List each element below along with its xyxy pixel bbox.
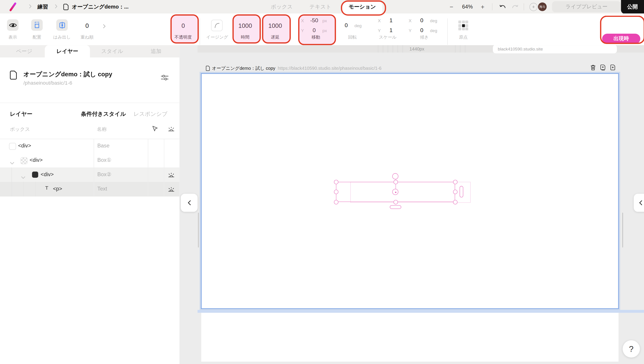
chevron-down-icon[interactable] <box>10 159 14 166</box>
selection-handle[interactable] <box>453 200 457 204</box>
sliders-icon <box>161 74 168 81</box>
canvas-page-label[interactable]: オープニングdemo：試し copy <box>212 65 275 71</box>
appear-motion-icon[interactable] <box>168 172 175 179</box>
studio-logo-icon[interactable] <box>9 2 17 12</box>
page-title[interactable]: オープニングdemo：試し copy <box>23 71 112 78</box>
origin-handle[interactable] <box>392 189 398 195</box>
axis-x-label: X <box>378 18 384 23</box>
layer-row-box1[interactable]: <div> Box① <box>0 153 179 168</box>
tab-motion[interactable]: モーション <box>346 0 378 14</box>
display-toggle-button[interactable] <box>7 19 19 31</box>
zoom-in-button[interactable]: + <box>478 0 487 14</box>
appear-motion-icon[interactable] <box>168 126 175 134</box>
more-chevron-icon[interactable] <box>103 23 106 30</box>
text-layer-icon: T <box>45 185 48 191</box>
appear-motion-icon[interactable] <box>168 186 175 194</box>
duration-value[interactable]: 1000 <box>233 22 258 29</box>
skew-y-value[interactable]: 0 <box>415 27 428 33</box>
layer-name[interactable]: Box① <box>97 157 111 163</box>
selection-handle[interactable] <box>393 200 398 204</box>
delay-value[interactable]: 1000 <box>263 22 288 29</box>
scrollbar[interactable] <box>622 212 623 247</box>
layer-name[interactable]: Text <box>97 186 107 192</box>
tab-box[interactable]: ボックス <box>269 0 294 14</box>
canvas-area[interactable]: 1440px black410590.studio.site オープニングdem… <box>179 45 644 364</box>
easing-curve-icon <box>213 22 221 29</box>
box-preview-icon <box>9 143 16 150</box>
selection-handle[interactable] <box>334 180 338 184</box>
sidebar-tab-styles[interactable]: スタイル <box>98 45 126 58</box>
layer-name[interactable]: Base <box>97 142 109 148</box>
invite-member-button[interactable]: + <box>529 3 538 11</box>
opacity-value[interactable]: 0 <box>171 22 196 29</box>
cursor-icon[interactable] <box>152 126 158 134</box>
duplicate-page-button[interactable] <box>600 64 606 70</box>
translate-y-value[interactable]: 0 <box>308 27 321 33</box>
origin-selector[interactable] <box>458 20 468 30</box>
layer-name[interactable]: Box② <box>97 171 111 177</box>
tree-guide-line <box>35 182 36 196</box>
layer-row-base[interactable]: <div> Base <box>0 139 179 153</box>
scale-x-value[interactable]: 1 <box>384 17 398 23</box>
layer-row-text[interactable]: T <p> Text <box>0 182 179 196</box>
left-sidebar: ページ レイヤー スタイル 追加 オープニングdemo：試し copy /pha… <box>0 45 179 364</box>
artboard-next[interactable] <box>201 313 618 362</box>
page-label-row[interactable]: オープニングdemo：試し copy https://black410590.s… <box>206 65 381 71</box>
page-path[interactable]: /phaseinout/basic/1-6 <box>23 80 72 86</box>
open-right-panel-button[interactable] <box>634 194 644 212</box>
chevron-down-icon[interactable] <box>21 173 25 181</box>
skew-label: 傾き <box>409 34 440 40</box>
translate-x-value[interactable]: -50 <box>308 17 321 23</box>
selection-handle[interactable] <box>453 190 457 194</box>
width-resize-handle[interactable] <box>460 186 463 198</box>
scrollbar[interactable] <box>198 212 199 247</box>
arrange-button[interactable] <box>31 19 43 31</box>
undo-button[interactable] <box>498 0 508 14</box>
scale-y-value[interactable]: 1 <box>384 27 398 33</box>
selection-handle[interactable] <box>334 200 338 204</box>
height-resize-handle[interactable] <box>390 205 401 209</box>
easing-button[interactable] <box>211 20 223 31</box>
overflow-button[interactable] <box>56 19 68 31</box>
layer-row-box2[interactable]: <div> Box② <box>0 168 179 182</box>
breadcrumb-project[interactable]: 練習 <box>37 3 48 10</box>
selection-handle[interactable] <box>393 180 398 184</box>
appear-state-button[interactable]: 出現時 <box>602 34 640 44</box>
skew-x-value[interactable]: 0 <box>415 17 428 23</box>
section-tab-layers[interactable]: レイヤー <box>10 110 33 118</box>
collapse-sidebar-button[interactable] <box>181 194 198 212</box>
layer-tag: <div> <box>30 157 43 163</box>
delete-page-button[interactable] <box>590 64 596 70</box>
sidebar-tab-layers[interactable]: レイヤー <box>54 45 81 58</box>
tab-text[interactable]: テキスト <box>308 0 333 14</box>
sidebar-tab-pages[interactable]: ページ <box>10 45 38 58</box>
sidebar-tab-add[interactable]: 追加 <box>145 45 168 58</box>
section-tab-conditional[interactable]: 条件付きスタイル <box>81 110 126 118</box>
rotation-handle[interactable] <box>392 173 398 179</box>
help-button[interactable]: ? <box>623 340 640 358</box>
eye-icon <box>9 22 17 28</box>
section-tab-responsive[interactable]: レスポンシブ <box>133 110 168 118</box>
layer-tag: <div> <box>18 142 31 148</box>
live-preview-button[interactable]: ライブプレビュー <box>552 1 621 12</box>
overflow-icon <box>59 22 66 28</box>
avatar[interactable]: 海斗 <box>538 2 546 11</box>
px-unit: px <box>321 18 331 23</box>
site-domain-tab[interactable]: black410590.studio.site <box>493 45 617 54</box>
page-settings-button[interactable] <box>161 74 168 82</box>
publish-button[interactable]: 公開 <box>621 0 644 14</box>
zoom-level[interactable]: 64% <box>458 0 477 14</box>
axis-y-label: Y <box>409 28 415 32</box>
add-page-button[interactable] <box>610 64 616 70</box>
zoom-out-button[interactable]: − <box>447 0 456 14</box>
redo-button[interactable] <box>510 0 520 14</box>
px-unit: px <box>321 28 331 32</box>
canvas-page-url[interactable]: https://black410590.studio.site/phaseino… <box>278 66 381 71</box>
stack-order-value[interactable]: 0 <box>76 22 98 29</box>
selection-handle[interactable] <box>334 190 338 194</box>
rotate-value[interactable]: 0 <box>340 22 353 28</box>
selection-handle[interactable] <box>453 180 457 184</box>
breadcrumb-page[interactable]: オープニングdemo：... <box>72 3 129 10</box>
tree-guide-line <box>23 182 24 196</box>
axis-y-label: Y <box>301 28 308 32</box>
